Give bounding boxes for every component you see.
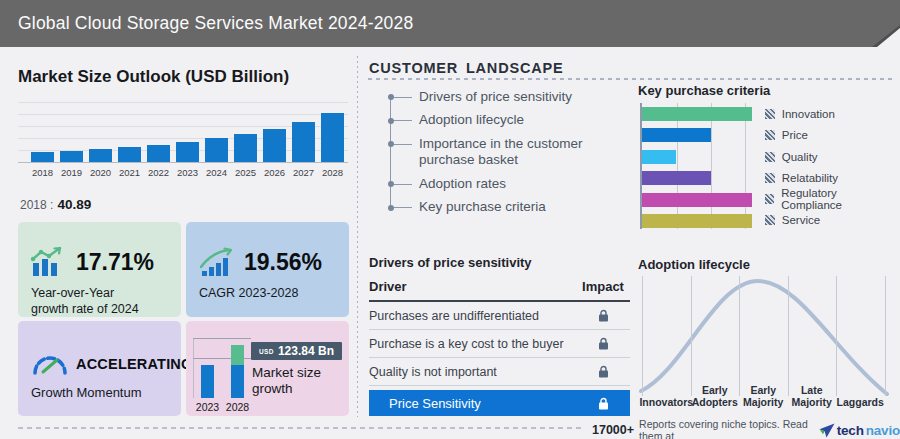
stat-cards: 17.71% Year-over-Year growth rate of 202… bbox=[18, 222, 349, 416]
bar-chart-trend-icon bbox=[30, 246, 70, 282]
bar-series bbox=[31, 113, 344, 162]
year-label: 2024 bbox=[205, 167, 228, 178]
lifecycle-stage-label: Innovators bbox=[639, 397, 693, 409]
table-row: Purchase is a key cost to the buyer bbox=[369, 330, 630, 358]
legend-label: Service bbox=[782, 214, 820, 226]
size-growth-label: Market size growth bbox=[252, 365, 321, 397]
gridline bbox=[836, 276, 837, 396]
year-label: 2025 bbox=[234, 167, 257, 178]
table-row: Quality is not important bbox=[369, 358, 630, 386]
report-count: 17000+ bbox=[592, 423, 634, 437]
legend-item: Quality bbox=[765, 150, 894, 164]
gridline bbox=[745, 103, 746, 229]
landscape-item: Importance in the customer purchase bask… bbox=[369, 132, 625, 172]
customer-landscape-title: CUSTOMER LANDSCAPE bbox=[369, 60, 563, 76]
gridline bbox=[885, 276, 886, 396]
legend-item: Price bbox=[765, 128, 894, 142]
price-sensitivity-title: Drivers of price sensitivity bbox=[369, 255, 532, 270]
footer: 17000+ Reports covering niche topics. Re… bbox=[592, 418, 900, 439]
year-label: 2023 bbox=[176, 167, 199, 178]
base-year-value: 2018 :40.89 bbox=[20, 197, 91, 212]
legend-swatch-icon bbox=[765, 130, 775, 140]
gridline bbox=[788, 276, 789, 396]
market-size-bar-2022 bbox=[147, 145, 170, 162]
highlight-row-label: Price Sensitivity bbox=[389, 396, 576, 411]
kpc-bar-price bbox=[642, 128, 711, 142]
technavio-logo: technavio bbox=[819, 423, 900, 438]
gridline bbox=[642, 276, 643, 396]
mini-bar-2028-growth bbox=[231, 345, 244, 365]
legend-item: Regulatory Compliance bbox=[765, 192, 894, 206]
market-size-bar-2018 bbox=[31, 152, 54, 162]
mini-bar-2023 bbox=[201, 365, 214, 398]
lifecycle-stage-label: Early Majority bbox=[736, 385, 790, 408]
market-outlook-section: Market Size Outlook (USD Billion) 201820… bbox=[18, 55, 350, 420]
market-size-bar-2019 bbox=[60, 151, 83, 162]
mini-axis bbox=[193, 338, 194, 398]
bell-curve bbox=[638, 274, 892, 398]
market-size-bar-2024 bbox=[205, 138, 228, 162]
landscape-item: Adoption lifecycle bbox=[369, 109, 625, 133]
adoption-lifecycle-chart: InnovatorsEarly AdoptersEarly MajorityLa… bbox=[638, 274, 892, 408]
kpc-legend: InnovationPriceQualityRelatabilityRegula… bbox=[765, 103, 894, 229]
x-axis-labels: 2018201920202021202220232024202520262027… bbox=[31, 167, 344, 178]
mini-chart-years: 2023 2028 bbox=[193, 401, 263, 413]
landscape-item: Drivers of price sensitivity bbox=[369, 85, 625, 109]
market-size-growth-card: 2023 2028 USD 123.84 Bn Market size grow… bbox=[186, 321, 349, 416]
lifecycle-stage-label: Laggards bbox=[833, 397, 887, 409]
kpc-bar-service bbox=[642, 214, 752, 228]
lock-icon bbox=[576, 365, 630, 378]
speedometer-icon bbox=[30, 349, 70, 383]
legend-swatch-icon bbox=[765, 173, 775, 183]
gridline bbox=[691, 276, 692, 396]
gridline bbox=[739, 276, 740, 396]
key-purchase-criteria-title: Key purchase criteria bbox=[638, 83, 770, 98]
landscape-item: Key purchase criteria bbox=[369, 196, 625, 220]
year-label: 2026 bbox=[263, 167, 286, 178]
driver-cell: Purchases are undifferentiated bbox=[369, 309, 576, 323]
growth-momentum-card: ACCELERATING Growth Momentum bbox=[18, 321, 181, 416]
legend-label: Quality bbox=[782, 151, 818, 163]
x-axis-line bbox=[18, 162, 348, 163]
market-size-bar-2023 bbox=[176, 142, 199, 162]
table-row: Purchases are undifferentiated bbox=[369, 302, 630, 330]
customer-landscape-list: Drivers of price sensitivityAdoption lif… bbox=[369, 85, 625, 219]
kpc-bar-regulatory-compliance bbox=[642, 193, 752, 207]
legend-item: Innovation bbox=[765, 107, 894, 121]
driver-column-header: Driver bbox=[369, 279, 576, 294]
table-header-row: Driver Impact bbox=[369, 276, 630, 302]
year-label: 2019 bbox=[60, 167, 83, 178]
legend-label: Price bbox=[782, 129, 808, 141]
kpc-bar-relatability bbox=[642, 171, 711, 185]
legend-label: Regulatory Compliance bbox=[781, 187, 894, 211]
base-year-label: 2018 : bbox=[20, 198, 53, 212]
yoy-value: 17.71% bbox=[76, 249, 154, 276]
gridline bbox=[677, 103, 678, 229]
price-sensitivity-table: Driver Impact Purchases are undifferenti… bbox=[369, 276, 630, 416]
driver-cell: Purchase is a key cost to the buyer bbox=[369, 337, 576, 351]
right-charts-section: Key purchase criteria InnovationPriceQua… bbox=[638, 55, 894, 420]
badge-value: 123.84 Bn bbox=[278, 344, 334, 358]
market-size-bar-chart bbox=[18, 102, 348, 163]
mini-bar-2028-base bbox=[231, 365, 244, 398]
driver-cell: Quality is not important bbox=[369, 365, 576, 379]
page-title: Global Cloud Storage Services Market 202… bbox=[18, 0, 413, 47]
yoy-growth-card: 17.71% Year-over-Year growth rate of 202… bbox=[18, 222, 181, 317]
lock-icon bbox=[576, 337, 630, 350]
customer-landscape-section: CUSTOMER LANDSCAPE Drivers of price sens… bbox=[358, 55, 632, 420]
legend-item: Service bbox=[765, 213, 894, 227]
adoption-lifecycle-title: Adoption lifecycle bbox=[638, 257, 750, 272]
header-bar: Global Cloud Storage Services Market 202… bbox=[0, 0, 900, 47]
cagr-label: CAGR 2023-2028 bbox=[199, 286, 298, 302]
impact-column-header: Impact bbox=[576, 279, 630, 294]
year-label: 2020 bbox=[89, 167, 112, 178]
year-label: 2018 bbox=[31, 167, 54, 178]
footer-text: Reports covering niche topics. Read them… bbox=[639, 418, 811, 439]
badge-currency: USD bbox=[259, 348, 274, 355]
legend-label: Relatability bbox=[782, 172, 838, 184]
mini-gridline bbox=[193, 338, 251, 339]
market-size-bar-2028 bbox=[321, 113, 344, 162]
growth-bars-arrow-icon bbox=[198, 246, 238, 282]
market-size-bar-2026 bbox=[263, 129, 286, 162]
brand-name-tech: tech bbox=[837, 423, 864, 438]
